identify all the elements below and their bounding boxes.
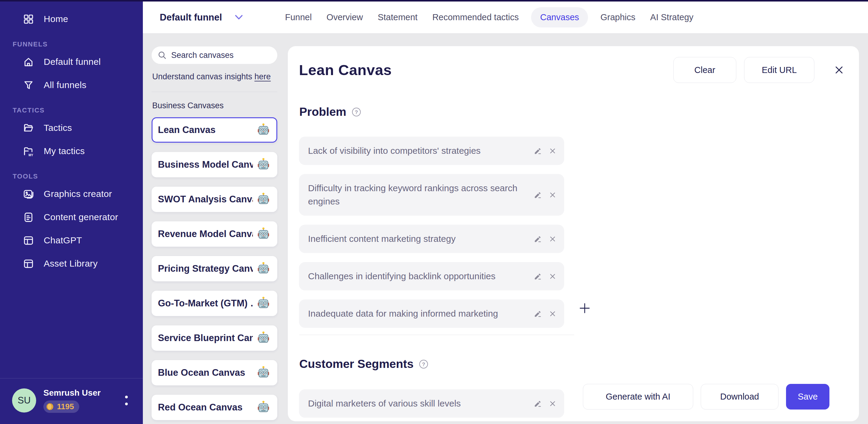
sidebar-item-default-funnel[interactable]: Default funnel — [0, 53, 143, 71]
canvas-sidebar: Understand canvas insights here Business… — [152, 47, 277, 420]
save-button[interactable]: Save — [786, 384, 830, 410]
canvas-card[interactable]: Go-To-Market (GTM) … — [152, 291, 277, 316]
canvas-card[interactable]: SWOT Analysis Canvas — [152, 187, 277, 212]
robot-icon — [256, 192, 270, 206]
entry-text: Difficulty in tracking keyword rankings … — [308, 182, 533, 208]
window-icon — [23, 235, 34, 246]
entry-text: Inefficient content marketing strategy — [308, 232, 533, 245]
search-icon — [158, 51, 167, 60]
canvas-card[interactable]: Revenue Model Canvas — [152, 221, 277, 247]
image-icon — [23, 188, 34, 200]
canvas-card[interactable]: Service Blueprint Can… — [152, 325, 277, 351]
sidebar-item-label: ChatGPT — [44, 235, 82, 245]
coins-count: 1195 — [57, 402, 74, 411]
robot-icon — [256, 297, 270, 310]
sidebar-item-home[interactable]: Home — [0, 10, 143, 28]
plus-icon — [579, 302, 591, 314]
topbar-tab[interactable]: AI Strategy — [650, 12, 693, 22]
edit-icon[interactable] — [533, 272, 542, 281]
generate-with-ai-button[interactable]: Generate with AI — [583, 384, 693, 410]
section-title: Customer Segments — [299, 357, 413, 371]
edit-icon[interactable] — [533, 190, 542, 200]
insights-text: Understand canvas insights — [152, 72, 252, 81]
insights-link[interactable]: here — [254, 72, 271, 81]
sidebar-item-chatgpt[interactable]: ChatGPT — [0, 231, 143, 250]
clear-button[interactable]: Clear — [673, 57, 736, 83]
robot-icon — [256, 158, 270, 172]
sidebar-item-label: Tactics — [44, 123, 72, 133]
sidebar-item-label: Default funnel — [44, 57, 101, 67]
canvas-entry: Inadequate data for making informed mark… — [299, 299, 564, 328]
sidebar-item-content-generator[interactable]: Content generator — [0, 208, 143, 226]
sidebar-item-tactics[interactable]: Tactics — [0, 119, 143, 137]
coin-icon — [46, 402, 54, 411]
topbar-tab[interactable]: Graphics — [600, 12, 635, 22]
canvas-card[interactable]: Pricing Strategy Canv… — [152, 256, 277, 281]
topbar-tab[interactable]: Overview — [327, 12, 363, 22]
sidebar-item-my-tactics[interactable]: MY My tactics — [0, 142, 143, 160]
search-box — [152, 47, 277, 64]
top-strip — [0, 0, 868, 1]
topbar-tabs: FunnelOverviewStatementRecommended tacti… — [285, 7, 693, 27]
entry-text: Inadequate data for making informed mark… — [308, 307, 533, 320]
edit-icon[interactable] — [533, 399, 542, 408]
sidebar-item-graphics-creator[interactable]: Graphics creator — [0, 185, 143, 203]
problem-entries: Lack of visibility into competitors' str… — [299, 137, 564, 328]
canvas-entry: Challenges in identifying backlink oppor… — [299, 262, 564, 291]
canvas-entry: Inefficient content marketing strategy — [299, 225, 564, 253]
sidebar-section-tools: TOOLS — [13, 173, 143, 180]
canvas-list: Lean Canvas Business Model Canvas — [152, 117, 277, 420]
sidebar-item-label: Asset Library — [44, 259, 98, 269]
sidebar-section-funnels: FUNNELS — [13, 40, 143, 48]
edit-icon[interactable] — [533, 234, 542, 244]
window-icon — [23, 258, 34, 269]
funnel-selector-label: Default funnel — [160, 12, 222, 23]
coins-badge[interactable]: 1195 — [43, 400, 79, 413]
canvas-card[interactable]: Business Model Canvas — [152, 152, 277, 177]
topbar-tab[interactable]: Recommended tactics — [432, 12, 519, 22]
remove-icon[interactable] — [549, 273, 556, 280]
canvas-entry: Digital marketers of various skill level… — [299, 389, 564, 418]
question-circle-icon[interactable]: ? — [352, 108, 361, 117]
edit-icon[interactable] — [533, 146, 542, 156]
section-customer-segments-header: Customer Segments ? — [299, 357, 428, 371]
close-icon[interactable] — [834, 64, 844, 75]
remove-icon[interactable] — [549, 191, 556, 199]
topbar-tab[interactable]: Canvases — [531, 7, 588, 27]
sidebar-section-tactics: TACTICS — [13, 107, 143, 114]
remove-icon[interactable] — [549, 310, 556, 317]
funnel-selector[interactable]: Default funnel — [160, 12, 243, 23]
entry-text: Digital marketers of various skill level… — [308, 397, 533, 410]
download-button[interactable]: Download — [701, 384, 778, 410]
edit-icon[interactable] — [533, 309, 542, 319]
customer-entries: Digital marketers of various skill level… — [299, 389, 564, 418]
add-entry-button[interactable] — [578, 301, 592, 315]
folder-open-icon — [23, 122, 34, 133]
canvas-card-label: Revenue Model Canvas — [158, 229, 253, 239]
robot-icon — [256, 400, 270, 414]
remove-icon[interactable] — [549, 235, 556, 243]
avatar[interactable]: SU — [12, 388, 36, 413]
canvas-card[interactable]: Blue Ocean Canvas — [152, 360, 277, 385]
canvas-card-label: Lean Canvas — [158, 125, 216, 135]
user-menu-icon[interactable] — [123, 393, 130, 408]
canvas-card[interactable]: Lean Canvas — [152, 117, 277, 143]
sidebar-item-asset-library[interactable]: Asset Library — [0, 254, 143, 273]
user-name: Semrush User — [43, 388, 101, 398]
svg-text:?: ? — [422, 361, 425, 367]
search-input[interactable] — [171, 51, 271, 60]
remove-icon[interactable] — [549, 147, 556, 155]
topbar-tab[interactable]: Statement — [378, 12, 417, 22]
edit-url-button[interactable]: Edit URL — [744, 57, 814, 83]
sidebar-item-all-funnels[interactable]: All funnels — [0, 76, 143, 94]
robot-icon — [256, 123, 270, 137]
canvas-card-label: Go-To-Market (GTM) … — [158, 298, 253, 309]
remove-icon[interactable] — [549, 400, 556, 407]
sidebar-item-label: Home — [44, 14, 68, 24]
canvas-entry: Lack of visibility into competitors' str… — [299, 137, 564, 165]
topbar-tab[interactable]: Funnel — [285, 12, 312, 22]
canvas-card[interactable]: Red Ocean Canvas — [152, 395, 277, 420]
canvas-card-label: Blue Ocean Canvas — [158, 367, 245, 378]
question-circle-icon[interactable]: ? — [419, 360, 428, 369]
entry-text: Lack of visibility into competitors' str… — [308, 144, 533, 157]
